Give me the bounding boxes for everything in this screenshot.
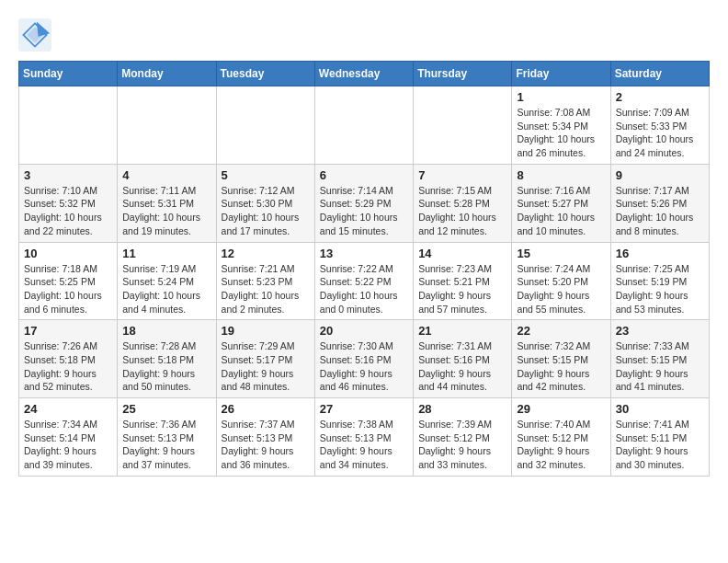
day-info: Sunrise: 7:14 AMSunset: 5:29 PMDaylight:… <box>320 184 408 238</box>
day-number: 22 <box>517 324 605 338</box>
day-number: 30 <box>616 402 704 416</box>
weekday-header-monday: Monday <box>118 62 216 86</box>
weekday-header-tuesday: Tuesday <box>216 62 314 86</box>
calendar-cell: 20Sunrise: 7:30 AMSunset: 5:16 PMDayligh… <box>314 320 413 398</box>
day-info: Sunrise: 7:24 AMSunset: 5:20 PMDaylight:… <box>517 262 605 316</box>
day-number: 19 <box>222 324 310 338</box>
day-number: 21 <box>418 324 506 338</box>
calendar-cell <box>414 86 512 165</box>
day-info: Sunrise: 7:26 AMSunset: 5:18 PMDaylight:… <box>24 339 112 394</box>
day-number: 5 <box>222 168 310 182</box>
calendar-cell: 13Sunrise: 7:22 AMSunset: 5:22 PMDayligh… <box>314 242 413 320</box>
calendar-cell: 11Sunrise: 7:19 AMSunset: 5:24 PMDayligh… <box>118 242 216 320</box>
calendar-cell: 7Sunrise: 7:15 AMSunset: 5:28 PMDaylight… <box>414 164 512 242</box>
week-row-4: 24Sunrise: 7:34 AMSunset: 5:14 PMDayligh… <box>19 398 710 477</box>
weekday-header-friday: Friday <box>512 62 610 86</box>
calendar-cell: 17Sunrise: 7:26 AMSunset: 5:18 PMDayligh… <box>19 320 118 398</box>
day-info: Sunrise: 7:10 AMSunset: 5:32 PMDaylight:… <box>24 184 112 238</box>
day-number: 16 <box>616 247 704 260</box>
calendar-cell: 14Sunrise: 7:23 AMSunset: 5:21 PMDayligh… <box>414 242 512 320</box>
calendar-table: SundayMondayTuesdayWednesdayThursdayFrid… <box>18 61 710 477</box>
day-number: 1 <box>517 90 605 104</box>
calendar-cell: 29Sunrise: 7:40 AMSunset: 5:12 PMDayligh… <box>512 398 610 477</box>
calendar-cell: 15Sunrise: 7:24 AMSunset: 5:20 PMDayligh… <box>512 242 610 320</box>
calendar-cell: 24Sunrise: 7:34 AMSunset: 5:14 PMDayligh… <box>19 398 118 477</box>
calendar-cell: 12Sunrise: 7:21 AMSunset: 5:23 PMDayligh… <box>216 242 314 320</box>
calendar-cell: 25Sunrise: 7:36 AMSunset: 5:13 PMDayligh… <box>118 398 216 477</box>
day-number: 10 <box>24 247 112 260</box>
day-info: Sunrise: 7:37 AMSunset: 5:13 PMDaylight:… <box>222 418 310 472</box>
day-info: Sunrise: 7:29 AMSunset: 5:17 PMDaylight:… <box>222 339 310 394</box>
calendar-cell <box>314 86 413 165</box>
week-row-0: 1Sunrise: 7:08 AMSunset: 5:34 PMDaylight… <box>19 86 710 165</box>
weekday-header-row: SundayMondayTuesdayWednesdayThursdayFrid… <box>19 62 710 86</box>
calendar-cell: 3Sunrise: 7:10 AMSunset: 5:32 PMDaylight… <box>19 164 118 242</box>
calendar-cell: 10Sunrise: 7:18 AMSunset: 5:25 PMDayligh… <box>19 242 118 320</box>
day-number: 27 <box>320 402 408 416</box>
day-number: 11 <box>122 247 210 260</box>
calendar-body: 1Sunrise: 7:08 AMSunset: 5:34 PMDaylight… <box>19 86 710 477</box>
day-number: 12 <box>222 247 310 260</box>
day-info: Sunrise: 7:40 AMSunset: 5:12 PMDaylight:… <box>517 418 605 472</box>
calendar-cell: 23Sunrise: 7:33 AMSunset: 5:15 PMDayligh… <box>610 320 709 398</box>
calendar-cell <box>19 86 118 165</box>
logo <box>18 18 57 52</box>
day-info: Sunrise: 7:16 AMSunset: 5:27 PMDaylight:… <box>517 184 605 238</box>
calendar-cell: 9Sunrise: 7:17 AMSunset: 5:26 PMDaylight… <box>610 164 709 242</box>
day-info: Sunrise: 7:15 AMSunset: 5:28 PMDaylight:… <box>418 184 506 238</box>
day-number: 13 <box>320 247 408 260</box>
calendar-cell: 4Sunrise: 7:11 AMSunset: 5:31 PMDaylight… <box>118 164 216 242</box>
weekday-header-sunday: Sunday <box>19 62 118 86</box>
calendar-cell: 8Sunrise: 7:16 AMSunset: 5:27 PMDaylight… <box>512 164 610 242</box>
calendar-cell: 2Sunrise: 7:09 AMSunset: 5:33 PMDaylight… <box>610 86 709 165</box>
day-info: Sunrise: 7:19 AMSunset: 5:24 PMDaylight:… <box>122 262 210 316</box>
calendar-cell: 6Sunrise: 7:14 AMSunset: 5:29 PMDaylight… <box>314 164 413 242</box>
day-info: Sunrise: 7:09 AMSunset: 5:33 PMDaylight:… <box>616 106 704 160</box>
calendar-cell <box>118 86 216 165</box>
day-info: Sunrise: 7:33 AMSunset: 5:15 PMDaylight:… <box>616 339 704 394</box>
day-number: 14 <box>418 247 506 260</box>
calendar-cell: 5Sunrise: 7:12 AMSunset: 5:30 PMDaylight… <box>216 164 314 242</box>
day-number: 18 <box>122 324 210 338</box>
day-number: 20 <box>320 324 408 338</box>
day-number: 3 <box>24 168 112 182</box>
calendar-cell: 30Sunrise: 7:41 AMSunset: 5:11 PMDayligh… <box>610 398 709 477</box>
day-info: Sunrise: 7:39 AMSunset: 5:12 PMDaylight:… <box>418 418 506 472</box>
day-info: Sunrise: 7:32 AMSunset: 5:15 PMDaylight:… <box>517 339 605 394</box>
calendar-cell: 27Sunrise: 7:38 AMSunset: 5:13 PMDayligh… <box>314 398 413 477</box>
day-info: Sunrise: 7:28 AMSunset: 5:18 PMDaylight:… <box>122 339 210 394</box>
day-info: Sunrise: 7:38 AMSunset: 5:13 PMDaylight:… <box>320 418 408 472</box>
day-info: Sunrise: 7:11 AMSunset: 5:31 PMDaylight:… <box>122 184 210 238</box>
calendar-cell: 22Sunrise: 7:32 AMSunset: 5:15 PMDayligh… <box>512 320 610 398</box>
day-number: 9 <box>616 168 704 182</box>
day-number: 15 <box>517 247 605 260</box>
day-info: Sunrise: 7:34 AMSunset: 5:14 PMDaylight:… <box>24 418 112 472</box>
day-number: 6 <box>320 168 408 182</box>
day-info: Sunrise: 7:30 AMSunset: 5:16 PMDaylight:… <box>320 339 408 394</box>
calendar-cell: 1Sunrise: 7:08 AMSunset: 5:34 PMDaylight… <box>512 86 610 165</box>
day-info: Sunrise: 7:41 AMSunset: 5:11 PMDaylight:… <box>616 418 704 472</box>
calendar-cell <box>216 86 314 165</box>
day-info: Sunrise: 7:12 AMSunset: 5:30 PMDaylight:… <box>222 184 310 238</box>
calendar-cell: 19Sunrise: 7:29 AMSunset: 5:17 PMDayligh… <box>216 320 314 398</box>
calendar-cell: 21Sunrise: 7:31 AMSunset: 5:16 PMDayligh… <box>414 320 512 398</box>
day-info: Sunrise: 7:22 AMSunset: 5:22 PMDaylight:… <box>320 262 408 316</box>
day-info: Sunrise: 7:21 AMSunset: 5:23 PMDaylight:… <box>222 262 310 316</box>
logo-icon <box>18 18 51 52</box>
day-info: Sunrise: 7:18 AMSunset: 5:25 PMDaylight:… <box>24 262 112 316</box>
weekday-header-saturday: Saturday <box>610 62 709 86</box>
calendar-cell: 18Sunrise: 7:28 AMSunset: 5:18 PMDayligh… <box>118 320 216 398</box>
day-number: 2 <box>616 90 704 104</box>
page-header <box>18 18 710 52</box>
calendar-cell: 26Sunrise: 7:37 AMSunset: 5:13 PMDayligh… <box>216 398 314 477</box>
day-info: Sunrise: 7:31 AMSunset: 5:16 PMDaylight:… <box>418 339 506 394</box>
day-number: 24 <box>24 402 112 416</box>
weekday-header-thursday: Thursday <box>414 62 512 86</box>
day-number: 8 <box>517 168 605 182</box>
day-info: Sunrise: 7:36 AMSunset: 5:13 PMDaylight:… <box>122 418 210 472</box>
day-number: 23 <box>616 324 704 338</box>
calendar-cell: 16Sunrise: 7:25 AMSunset: 5:19 PMDayligh… <box>610 242 709 320</box>
day-number: 4 <box>122 168 210 182</box>
week-row-1: 3Sunrise: 7:10 AMSunset: 5:32 PMDaylight… <box>19 164 710 242</box>
week-row-2: 10Sunrise: 7:18 AMSunset: 5:25 PMDayligh… <box>19 242 710 320</box>
